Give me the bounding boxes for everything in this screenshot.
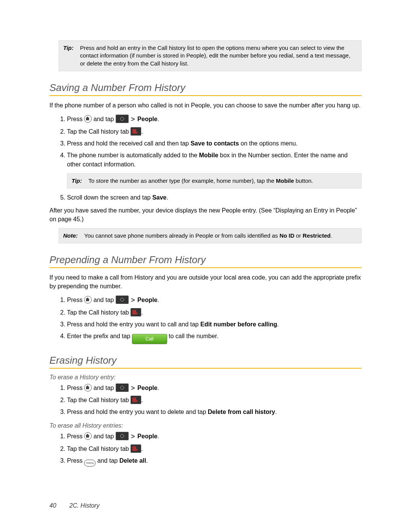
chevron-right-icon: > — [131, 295, 135, 306]
steps-erase-all: Press and tap > People. Tap the Call his… — [49, 431, 362, 466]
chevron-right-icon: > — [131, 114, 135, 125]
tip-body: To store the number as another type (for… — [88, 177, 313, 185]
rule — [49, 267, 362, 268]
apps-icon — [116, 432, 129, 440]
outro-saving: After you have saved the number, your de… — [49, 206, 362, 224]
rule — [49, 95, 362, 96]
home-icon — [84, 384, 92, 391]
call-history-tab-icon — [131, 396, 141, 404]
step-4: Enter the prefix and tap Call to call th… — [67, 332, 362, 344]
apps-icon — [116, 115, 129, 123]
step-2: Tap the Call history tab . — [67, 396, 362, 405]
apps-icon — [116, 296, 129, 304]
call-history-tab-icon — [131, 308, 141, 316]
call-history-tab-icon — [131, 127, 141, 136]
manual-page: Tip: Press and hold an entry in the Call… — [0, 0, 411, 532]
step-1: Press and tap > People. — [67, 383, 362, 394]
sub-erase-entry: To erase a History entry: — [49, 374, 362, 381]
steps-prepending: Press and tap > People. Tap the Call his… — [49, 295, 362, 343]
heading-erasing: Erasing History — [49, 355, 362, 366]
step-5: Scroll down the screen and tap Save. — [67, 193, 362, 203]
step-2: Tap the Call history tab . — [67, 127, 362, 137]
intro-prepending: If you need to make a call from History … — [49, 273, 362, 291]
page-footer: 40 2C. History — [49, 502, 99, 509]
tip-text: Press and hold an entry in the Call hist… — [80, 44, 357, 68]
note-body: You cannot save phone numbers already in… — [84, 232, 333, 240]
menu-button-icon: menu — [84, 460, 96, 466]
step-3: Press and hold the entry you want to cal… — [67, 320, 362, 329]
home-icon — [84, 115, 92, 123]
chevron-right-icon: > — [131, 431, 135, 442]
step-1: Press and tap > People. — [67, 431, 362, 442]
callout-tip-top: Tip: Press and hold an entry in the Call… — [59, 40, 362, 71]
home-icon — [84, 296, 92, 304]
heading-prepending: Prepending a Number From History — [49, 254, 362, 266]
step-2: Tap the Call history tab . — [67, 444, 362, 454]
heading-saving: Saving a Number From History — [49, 82, 362, 94]
apps-icon — [116, 383, 129, 392]
steps-erase-entry: Press and tap > People. Tap the Call his… — [49, 383, 362, 417]
step-2: Tap the Call history tab . — [67, 308, 362, 318]
step-1: Press and tap > People. — [67, 295, 362, 306]
intro-saving: If the phone number of a person who call… — [49, 101, 362, 110]
tip-label: Tip: — [71, 177, 88, 185]
step-4: The phone number is automatically added … — [67, 151, 362, 189]
page-number: 40 — [49, 502, 56, 509]
note-label: Note: — [63, 232, 84, 240]
rule — [49, 368, 362, 369]
home-icon — [84, 432, 92, 440]
callout-tip-mobile: Tip: To store the number as another type… — [67, 173, 362, 189]
steps-saving: Press and tap > People. Tap the Call his… — [49, 114, 362, 203]
sub-erase-all: To erase all History entries: — [49, 422, 362, 429]
callout-note: Note: You cannot save phone numbers alre… — [59, 228, 362, 243]
tip-label: Tip: — [63, 44, 80, 68]
step-1: Press and tap > People. — [67, 114, 362, 125]
section-label: 2C. History — [69, 502, 99, 509]
step-3: Press menu and tap Delete all. — [67, 456, 362, 466]
step-3: Press and hold the entry you want to del… — [67, 407, 362, 417]
call-button-icon: Call — [132, 334, 167, 344]
call-history-tab-icon — [131, 444, 141, 453]
step-3: Press and hold the received call and the… — [67, 139, 362, 149]
chevron-right-icon: > — [131, 383, 135, 394]
